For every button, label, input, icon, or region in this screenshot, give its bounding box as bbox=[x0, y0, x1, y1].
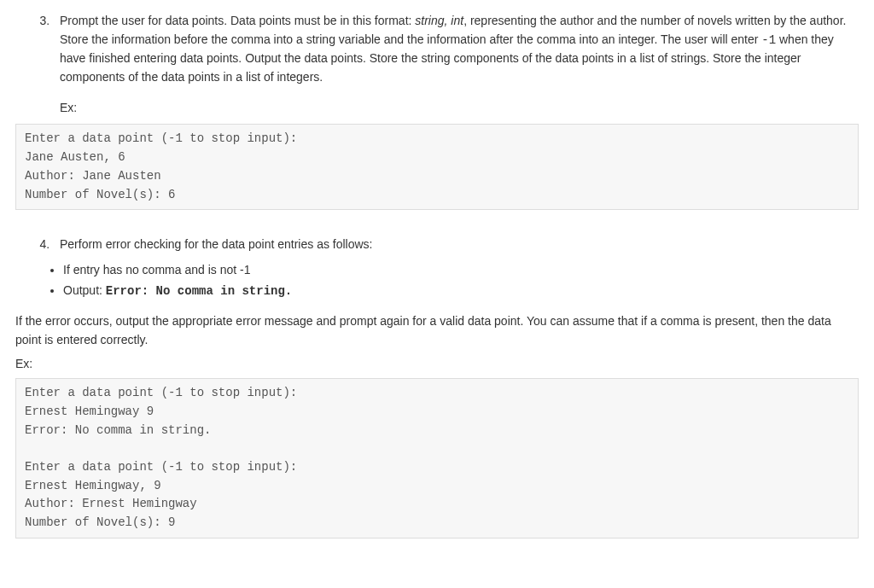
item4-bullet1: If entry has no comma and is not -1 bbox=[63, 261, 859, 280]
item4-bullets: If entry has no comma and is not -1 Outp… bbox=[15, 261, 859, 300]
numbered-list: Prompt the user for data points. Data po… bbox=[15, 12, 859, 117]
item4-intro: Perform error checking for the data poin… bbox=[60, 237, 373, 251]
list-item-3: Prompt the user for data points. Data po… bbox=[53, 12, 859, 117]
item4-code-block: Enter a data point (-1 to stop input): E… bbox=[15, 378, 859, 539]
item4-ex-label: Ex: bbox=[15, 355, 859, 374]
numbered-list-cont: Perform error checking for the data poin… bbox=[15, 236, 859, 254]
list-item-4: Perform error checking for the data poin… bbox=[53, 236, 859, 254]
item3-code-block: Enter a data point (-1 to stop input): J… bbox=[15, 124, 859, 210]
item4-bullet2: Output: Error: No comma in string. bbox=[63, 282, 859, 301]
item3-ex-label: Ex: bbox=[60, 99, 859, 118]
item3-sentinel: -1 bbox=[761, 33, 776, 47]
item4-error-para: If the error occurs, output the appropri… bbox=[15, 312, 859, 349]
item3-text-part1: Prompt the user for data points. Data po… bbox=[60, 14, 415, 27]
item4-bullet2-prefix: Output: bbox=[63, 283, 106, 297]
item3-format: string, int bbox=[415, 14, 463, 27]
item4-bullet2-code: Error: No comma in string. bbox=[106, 284, 292, 298]
